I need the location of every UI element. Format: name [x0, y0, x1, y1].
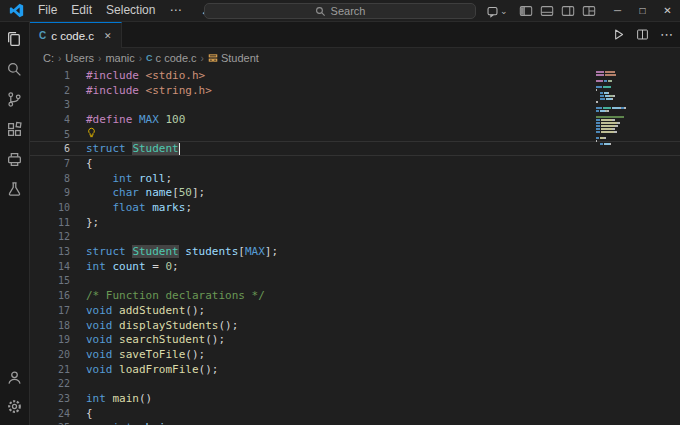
more-actions-icon[interactable]: ⋯ [660, 30, 673, 40]
code-token: char [113, 186, 140, 199]
line-number: 21 [30, 364, 70, 375]
account-icon[interactable] [6, 369, 23, 386]
search-box[interactable]: Search [204, 3, 476, 19]
menu-file[interactable]: File [31, 0, 64, 21]
code-token: #include [86, 84, 139, 97]
customize-layout-icon[interactable] [582, 4, 596, 18]
code-token: addStudent [113, 304, 186, 317]
code-text: #define MAX 100 [86, 113, 185, 126]
code-token: void [86, 348, 113, 361]
code-token: searchStudent [113, 333, 206, 346]
line-number: 17 [30, 305, 70, 316]
copilot-menu[interactable]: ⌄ [486, 3, 508, 19]
code-text: /* Function declarations */ [86, 289, 265, 302]
code-text [86, 127, 99, 141]
code-line[interactable]: 8 int roll; [30, 171, 680, 186]
code-line[interactable]: 13struct Student students[MAX]; [30, 244, 680, 259]
code-line[interactable]: 4#define MAX 100 [30, 112, 680, 127]
breadcrumb-item-symbol[interactable]: Student [221, 52, 259, 64]
code-line[interactable]: 9 char name[50]; [30, 186, 680, 201]
breadcrumb-item-drive[interactable]: C: [43, 52, 54, 64]
code-token: float [113, 201, 146, 214]
editor-actions: ⋯ [612, 22, 673, 47]
maximize-button[interactable]: □ [630, 0, 655, 21]
code-token: name [139, 186, 172, 199]
code-line[interactable]: 24{ [30, 406, 680, 421]
code-token: displayStudents [113, 319, 219, 332]
toggle-sidebar-icon[interactable] [519, 4, 533, 18]
menu-selection[interactable]: Selection [99, 0, 162, 21]
extensions-icon[interactable] [6, 121, 23, 138]
line-number: 6 [30, 143, 70, 154]
explorer-icon[interactable] [6, 31, 23, 48]
code-line[interactable]: 7{ [30, 156, 680, 171]
run-button[interactable] [612, 28, 625, 41]
code-token: (); [199, 363, 219, 376]
line-number: 3 [30, 99, 70, 110]
chevron-right-icon: › [139, 53, 142, 64]
line-number: 13 [30, 246, 70, 257]
highlighted-token: Student [132, 142, 178, 155]
code-line[interactable]: 14int count = 0; [30, 259, 680, 274]
line-number: 1 [30, 70, 70, 81]
title-bar: File Edit Selection ⋯ ← → Search ⌄ [0, 0, 680, 22]
menu-overflow-icon[interactable]: ⋯ [162, 0, 188, 21]
editor-column: C c code.c ✕ ⋯ [30, 22, 680, 425]
chevron-right-icon: › [58, 53, 61, 64]
code-line[interactable]: 22 [30, 376, 680, 391]
code-line[interactable]: 18void displayStudents(); [30, 318, 680, 333]
code-token: #include [86, 69, 139, 82]
code-line[interactable]: 19void searchStudent(); [30, 332, 680, 347]
code-text: int count = 0; [86, 260, 179, 273]
printer-icon[interactable] [6, 151, 23, 168]
code-token: void [86, 319, 113, 332]
breadcrumb-item-users[interactable]: Users [65, 52, 94, 64]
code-line[interactable]: 15 [30, 274, 680, 289]
code-token: (); [205, 333, 225, 346]
menu-edit[interactable]: Edit [64, 0, 99, 21]
toggle-panel-icon[interactable] [540, 4, 554, 18]
settings-gear-icon[interactable] [6, 398, 23, 415]
code-line[interactable]: 16/* Function declarations */ [30, 288, 680, 303]
minimap[interactable] [596, 70, 642, 145]
code-token: roll [132, 172, 165, 185]
line-number: 23 [30, 393, 70, 404]
code-line[interactable]: 25 int choice; [30, 421, 680, 425]
code-line[interactable]: 23int main() [30, 391, 680, 406]
minimize-button[interactable]: ─ [605, 0, 630, 21]
close-button[interactable]: ✕ [655, 0, 680, 21]
code-line[interactable]: 10 float marks; [30, 200, 680, 215]
code-token: main [106, 392, 139, 405]
code-line[interactable]: 3 [30, 97, 680, 112]
lightbulb-icon[interactable] [86, 127, 97, 138]
code-token: struct [86, 245, 126, 258]
search-sidebar-icon[interactable] [6, 61, 23, 78]
line-number: 10 [30, 202, 70, 213]
tab-c-code[interactable]: C c code.c ✕ [30, 22, 122, 48]
editor[interactable]: 1#include <stdio.h>2#include <string.h>3… [30, 68, 680, 425]
code-token: #define [86, 113, 132, 126]
breadcrumb-item-manic[interactable]: manic [105, 52, 134, 64]
code-line[interactable]: 12 [30, 230, 680, 245]
breadcrumb-item-file[interactable]: c code.c [156, 52, 197, 64]
code-text: struct Student [86, 142, 180, 155]
code-line[interactable]: 1#include <stdio.h> [30, 68, 680, 83]
code-line[interactable]: 11}; [30, 215, 680, 230]
minimap-row [596, 142, 642, 145]
code-token: marks [146, 201, 186, 214]
code-line[interactable]: 17void addStudent(); [30, 303, 680, 318]
line-number: 7 [30, 158, 70, 169]
split-editor-icon[interactable] [636, 28, 649, 41]
code-line[interactable]: 5 [30, 127, 680, 142]
line-number: 24 [30, 408, 70, 419]
source-control-icon[interactable] [6, 91, 23, 108]
code-line[interactable]: 2#include <string.h> [30, 83, 680, 98]
code-line[interactable]: 20void saveToFile(); [30, 347, 680, 362]
code-line[interactable]: 6struct Student [30, 141, 680, 156]
search-placeholder: Search [331, 5, 366, 17]
code-token: ; [166, 172, 173, 185]
tab-close-icon[interactable]: ✕ [104, 31, 112, 41]
testing-icon[interactable] [6, 181, 23, 198]
code-line[interactable]: 21void loadFromFile(); [30, 362, 680, 377]
toggle-secondary-sidebar-icon[interactable] [561, 4, 575, 18]
